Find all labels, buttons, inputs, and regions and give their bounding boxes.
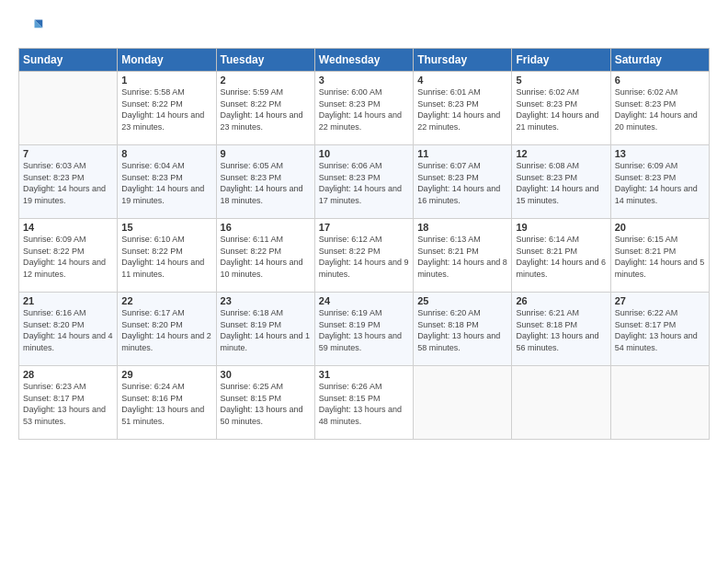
day-info: Sunrise: 6:25 AMSunset: 8:15 PMDaylight:… (221, 381, 311, 427)
day-number: 22 (121, 295, 211, 306)
day-info: Sunrise: 6:04 AMSunset: 8:23 PMDaylight:… (121, 160, 211, 206)
day-info: Sunrise: 6:11 AMSunset: 8:22 PMDaylight:… (221, 234, 311, 280)
day-info: Sunrise: 6:20 AMSunset: 8:18 PMDaylight:… (417, 307, 507, 353)
day-info: Sunrise: 6:14 AMSunset: 8:21 PMDaylight:… (516, 234, 606, 280)
logo-icon (18, 17, 44, 42)
day-header-monday: Monday (118, 49, 216, 72)
day-number: 24 (319, 295, 409, 306)
day-cell: 22Sunrise: 6:17 AMSunset: 8:20 PMDayligh… (118, 293, 216, 366)
day-info: Sunrise: 6:03 AMSunset: 8:23 PMDaylight:… (23, 160, 113, 206)
day-cell: 20Sunrise: 6:15 AMSunset: 8:21 PMDayligh… (610, 219, 709, 293)
day-cell: 16Sunrise: 6:11 AMSunset: 8:22 PMDayligh… (216, 219, 314, 293)
day-number: 26 (516, 295, 606, 306)
day-info: Sunrise: 6:12 AMSunset: 8:22 PMDaylight:… (319, 234, 409, 280)
day-number: 2 (221, 75, 311, 86)
day-info: Sunrise: 6:19 AMSunset: 8:19 PMDaylight:… (319, 307, 409, 353)
day-info: Sunrise: 6:13 AMSunset: 8:21 PMDaylight:… (417, 234, 507, 280)
week-row-4: 21Sunrise: 6:16 AMSunset: 8:20 PMDayligh… (19, 293, 710, 366)
day-cell: 7Sunrise: 6:03 AMSunset: 8:23 PMDaylight… (19, 145, 118, 219)
day-cell: 29Sunrise: 6:24 AMSunset: 8:16 PMDayligh… (118, 366, 216, 440)
day-number: 14 (23, 222, 113, 233)
day-number: 28 (23, 369, 113, 380)
day-info: Sunrise: 5:58 AMSunset: 8:22 PMDaylight:… (121, 86, 211, 132)
day-cell: 8Sunrise: 6:04 AMSunset: 8:23 PMDaylight… (118, 145, 216, 219)
day-number: 10 (319, 148, 409, 159)
day-cell: 26Sunrise: 6:21 AMSunset: 8:18 PMDayligh… (512, 293, 610, 366)
day-cell: 27Sunrise: 6:22 AMSunset: 8:17 PMDayligh… (610, 293, 709, 366)
day-cell: 13Sunrise: 6:09 AMSunset: 8:23 PMDayligh… (610, 145, 709, 219)
day-number: 21 (23, 295, 113, 306)
day-info: Sunrise: 6:09 AMSunset: 8:22 PMDaylight:… (23, 234, 113, 280)
day-number: 16 (221, 222, 311, 233)
day-info: Sunrise: 6:05 AMSunset: 8:23 PMDaylight:… (221, 160, 311, 206)
day-cell (512, 366, 610, 440)
day-header-wednesday: Wednesday (314, 49, 413, 72)
day-number: 11 (417, 148, 507, 159)
day-cell: 30Sunrise: 6:25 AMSunset: 8:15 PMDayligh… (216, 366, 314, 440)
day-number: 17 (319, 222, 409, 233)
day-info: Sunrise: 6:02 AMSunset: 8:23 PMDaylight:… (615, 86, 705, 132)
day-header-sunday: Sunday (19, 49, 118, 72)
day-number: 3 (319, 75, 409, 86)
week-row-3: 14Sunrise: 6:09 AMSunset: 8:22 PMDayligh… (19, 219, 710, 293)
day-info: Sunrise: 6:26 AMSunset: 8:15 PMDaylight:… (319, 381, 409, 427)
day-number: 20 (615, 222, 705, 233)
day-info: Sunrise: 6:01 AMSunset: 8:23 PMDaylight:… (417, 86, 507, 132)
day-info: Sunrise: 5:59 AMSunset: 8:22 PMDaylight:… (221, 86, 311, 132)
day-number: 30 (221, 369, 311, 380)
logo (18, 17, 48, 42)
day-info: Sunrise: 6:17 AMSunset: 8:20 PMDaylight:… (121, 307, 211, 353)
day-cell: 3Sunrise: 6:00 AMSunset: 8:23 PMDaylight… (314, 72, 413, 145)
week-row-5: 28Sunrise: 6:23 AMSunset: 8:17 PMDayligh… (19, 366, 710, 440)
day-number: 31 (319, 369, 409, 380)
day-cell: 23Sunrise: 6:18 AMSunset: 8:19 PMDayligh… (216, 293, 314, 366)
day-cell: 15Sunrise: 6:10 AMSunset: 8:22 PMDayligh… (118, 219, 216, 293)
day-cell: 21Sunrise: 6:16 AMSunset: 8:20 PMDayligh… (19, 293, 118, 366)
day-number: 27 (615, 295, 705, 306)
day-cell (610, 366, 709, 440)
day-info: Sunrise: 6:08 AMSunset: 8:23 PMDaylight:… (516, 160, 606, 206)
day-cell: 6Sunrise: 6:02 AMSunset: 8:23 PMDaylight… (610, 72, 709, 145)
day-number: 8 (121, 148, 211, 159)
day-cell: 25Sunrise: 6:20 AMSunset: 8:18 PMDayligh… (414, 293, 512, 366)
day-header-tuesday: Tuesday (216, 49, 314, 72)
day-number: 6 (615, 75, 705, 86)
day-cell: 11Sunrise: 6:07 AMSunset: 8:23 PMDayligh… (414, 145, 512, 219)
day-number: 4 (417, 75, 507, 86)
day-number: 5 (516, 75, 606, 86)
day-number: 18 (417, 222, 507, 233)
day-number: 1 (121, 75, 211, 86)
day-number: 25 (417, 295, 507, 306)
day-number: 23 (221, 295, 311, 306)
day-cell (414, 366, 512, 440)
header (18, 17, 710, 42)
day-number: 7 (23, 148, 113, 159)
header-row: SundayMondayTuesdayWednesdayThursdayFrid… (19, 49, 710, 72)
day-info: Sunrise: 6:10 AMSunset: 8:22 PMDaylight:… (121, 234, 211, 280)
day-cell: 28Sunrise: 6:23 AMSunset: 8:17 PMDayligh… (19, 366, 118, 440)
day-info: Sunrise: 6:15 AMSunset: 8:21 PMDaylight:… (615, 234, 705, 280)
day-number: 19 (516, 222, 606, 233)
day-info: Sunrise: 6:00 AMSunset: 8:23 PMDaylight:… (319, 86, 409, 132)
day-info: Sunrise: 6:21 AMSunset: 8:18 PMDaylight:… (516, 307, 606, 353)
day-header-thursday: Thursday (414, 49, 512, 72)
day-cell: 1Sunrise: 5:58 AMSunset: 8:22 PMDaylight… (118, 72, 216, 145)
day-cell: 19Sunrise: 6:14 AMSunset: 8:21 PMDayligh… (512, 219, 610, 293)
day-cell: 17Sunrise: 6:12 AMSunset: 8:22 PMDayligh… (314, 219, 413, 293)
calendar-table: SundayMondayTuesdayWednesdayThursdayFrid… (18, 48, 710, 440)
page: SundayMondayTuesdayWednesdayThursdayFrid… (0, 0, 728, 563)
day-info: Sunrise: 6:16 AMSunset: 8:20 PMDaylight:… (23, 307, 113, 353)
day-cell: 5Sunrise: 6:02 AMSunset: 8:23 PMDaylight… (512, 72, 610, 145)
day-number: 15 (121, 222, 211, 233)
day-info: Sunrise: 6:24 AMSunset: 8:16 PMDaylight:… (121, 381, 211, 427)
day-number: 29 (121, 369, 211, 380)
day-cell: 2Sunrise: 5:59 AMSunset: 8:22 PMDaylight… (216, 72, 314, 145)
day-info: Sunrise: 6:23 AMSunset: 8:17 PMDaylight:… (23, 381, 113, 427)
day-header-saturday: Saturday (610, 49, 709, 72)
day-cell (19, 72, 118, 145)
day-number: 13 (615, 148, 705, 159)
day-info: Sunrise: 6:06 AMSunset: 8:23 PMDaylight:… (319, 160, 409, 206)
day-info: Sunrise: 6:07 AMSunset: 8:23 PMDaylight:… (417, 160, 507, 206)
day-info: Sunrise: 6:09 AMSunset: 8:23 PMDaylight:… (615, 160, 705, 206)
day-cell: 24Sunrise: 6:19 AMSunset: 8:19 PMDayligh… (314, 293, 413, 366)
